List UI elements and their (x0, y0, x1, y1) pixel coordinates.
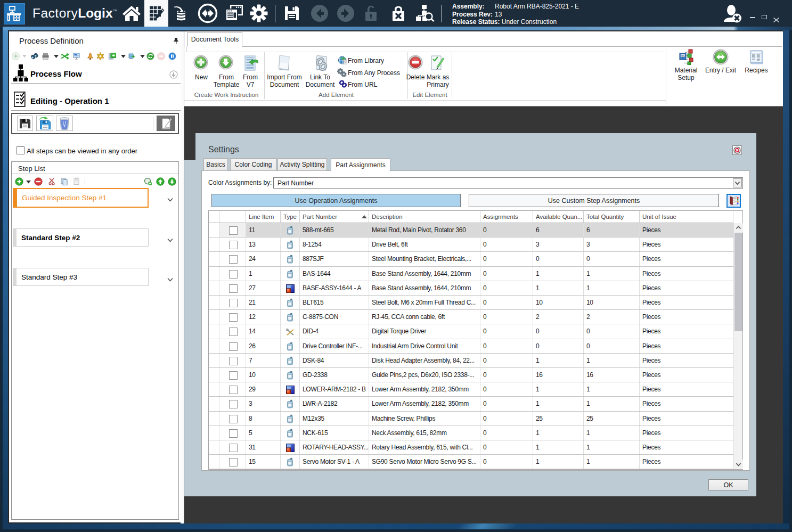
svg-text:WU: WU (681, 55, 685, 58)
